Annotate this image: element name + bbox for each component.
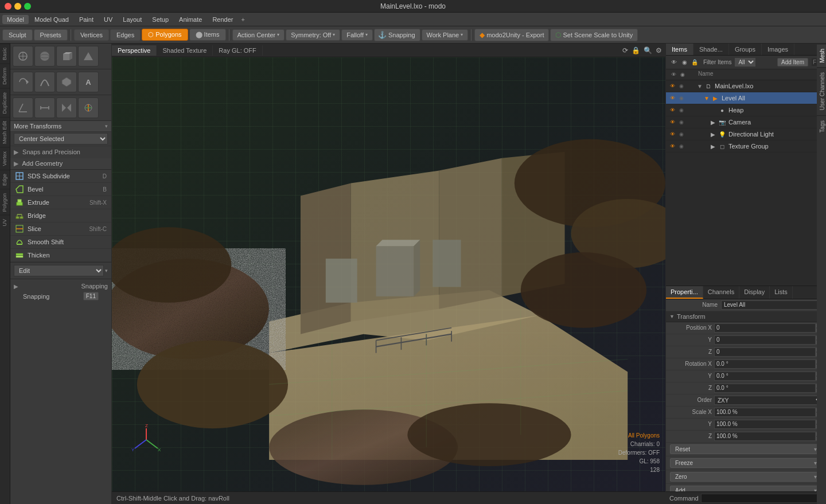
tree-eye-icon[interactable]: 👁 <box>668 82 676 90</box>
sds-subdivide-tool[interactable]: SDS Subdivide D <box>10 170 111 183</box>
edge-tab[interactable]: Edge <box>0 170 10 189</box>
move-tool-icon[interactable] <box>13 46 33 67</box>
rotate-tool-icon[interactable] <box>13 72 33 92</box>
rotation-x-input[interactable] <box>714 360 816 369</box>
position-y-input[interactable] <box>714 335 816 345</box>
set-scene-button[interactable]: ⬡ Set Scene Scale to Unity <box>550 29 638 41</box>
menu-render[interactable]: Render <box>208 15 237 24</box>
tree-eye-3[interactable]: 👁 <box>668 106 676 114</box>
lists-tab[interactable]: Lists <box>770 286 793 299</box>
filter-dropdown[interactable]: All <box>734 57 756 67</box>
tree-texture-group[interactable]: 👁 ◉ ▶ ◻ Texture Group <box>666 140 826 153</box>
display-tab[interactable]: Display <box>739 286 770 299</box>
tree-dir-light[interactable]: 👁 ◉ ▶ 💡 Directional Light <box>666 128 826 140</box>
vertex-tab[interactable]: Vertex <box>0 147 10 170</box>
minimize-button[interactable] <box>14 3 21 10</box>
polygon-tab[interactable]: Polygon <box>0 189 10 216</box>
transform-section[interactable]: ▼ Transform <box>666 311 826 322</box>
slice-tool[interactable]: Slice Shift-C <box>10 222 111 236</box>
channels-tab[interactable]: Channels <box>703 286 739 299</box>
render-eye-icon[interactable]: ◉ <box>680 58 689 67</box>
action-center-dropdown[interactable]: Action Center ▾ <box>232 29 285 41</box>
name-input[interactable] <box>721 300 823 310</box>
maximize-button[interactable] <box>24 3 31 10</box>
position-x-input[interactable] <box>714 323 816 333</box>
order-select[interactable]: ZXY <box>714 396 824 405</box>
cone-tool-icon[interactable] <box>78 46 99 67</box>
sculpt-button[interactable]: Sculpt <box>2 29 33 41</box>
falloff-dropdown[interactable]: Falloff ▾ <box>341 29 373 41</box>
items-button[interactable]: ⬤ Items <box>189 29 226 41</box>
raygl-tab[interactable]: Ray GL: OFF <box>213 45 262 56</box>
eye-icon[interactable]: 👁 <box>669 58 679 67</box>
scale-x-input[interactable] <box>714 408 816 417</box>
scale-tool-icon[interactable] <box>34 97 55 118</box>
mesh-side-tab[interactable]: Mesh <box>817 44 826 67</box>
zero-button[interactable]: Zero ▾ <box>670 472 822 482</box>
deform-tab[interactable]: Deform <box>0 64 10 88</box>
tree-mainlevel[interactable]: 👁 ◉ ▼ 🗋 MainLevel.lxo <box>666 80 826 92</box>
edit-dropdown[interactable]: Edit <box>14 265 104 276</box>
edges-button[interactable]: Edges <box>110 29 141 41</box>
tree-render-icon[interactable]: ◉ <box>677 82 685 90</box>
scale-y-input[interactable] <box>714 420 816 429</box>
scale-z-input[interactable] <box>714 432 816 441</box>
tree-camera[interactable]: 👁 ◉ ▶ 📷 Camera <box>666 116 826 128</box>
sync-icon[interactable]: ⟳ <box>622 46 628 54</box>
shade-tab[interactable]: Shade... <box>693 44 729 55</box>
images-tab[interactable]: Images <box>762 44 794 55</box>
symmetry-dropdown[interactable]: Symmetry: Off ▾ <box>286 29 340 41</box>
groups-tab[interactable]: Groups <box>729 44 762 55</box>
reset-button[interactable]: Reset ▾ <box>670 444 822 454</box>
lock-items-icon[interactable]: 🔒 <box>690 58 699 67</box>
bevel-tool[interactable]: Bevel B <box>10 183 111 196</box>
tree-render-2[interactable]: ◉ <box>677 94 685 102</box>
modo2unity-button[interactable]: ◆ modo2Unity - Export <box>474 29 549 41</box>
duplicate-tab[interactable]: Duplicate <box>0 88 10 118</box>
vertices-button[interactable]: Vertices <box>74 29 109 41</box>
viewport[interactable]: Z X Y All Polygons Charrials: 0 Deformer… <box>112 57 665 491</box>
cube-tool-icon[interactable] <box>56 46 77 67</box>
more-transforms-header[interactable]: More Transforms ▾ <box>10 121 111 132</box>
freeze-button[interactable]: Freeze ▾ <box>670 458 822 468</box>
smooth-shift-tool[interactable]: Smooth Shift <box>10 236 111 249</box>
mirror-tool-icon[interactable] <box>56 97 77 118</box>
rotation-z-input[interactable] <box>714 384 816 393</box>
tree-eye-2[interactable]: 👁 <box>668 94 676 102</box>
menu-model[interactable]: Model <box>2 15 29 24</box>
settings-icon[interactable]: ⚙ <box>656 46 662 54</box>
menu-add[interactable]: + <box>239 15 247 24</box>
thicken-tool[interactable]: Thicken <box>10 249 111 262</box>
polygons-button[interactable]: ⬡ Polygons <box>142 29 188 41</box>
perspective-tab[interactable]: Perspective <box>112 45 157 56</box>
uv-tab[interactable]: UV <box>0 215 10 230</box>
menu-model-quad[interactable]: Model Quad <box>30 15 73 24</box>
close-button[interactable] <box>5 3 11 10</box>
shaded-texture-tab[interactable]: Shaded Texture <box>157 45 213 56</box>
add-geometry-header[interactable]: ▶ Add Geometry <box>10 158 111 170</box>
tree-heap[interactable]: 👁 ◉ ● Heap <box>666 104 826 116</box>
rotation-y-input[interactable] <box>714 372 816 381</box>
extrude-tool[interactable]: Extrude Shift-X <box>10 196 111 209</box>
menu-animate[interactable]: Animate <box>174 15 206 24</box>
menu-setup[interactable]: Setup <box>147 15 173 24</box>
snapping-button[interactable]: ⚓ Snapping <box>374 29 420 41</box>
user-channels-side-tab[interactable]: User Channels <box>817 67 826 115</box>
presets-button[interactable]: Presets <box>34 29 68 41</box>
curve-tool-icon[interactable] <box>34 72 55 92</box>
work-plane-dropdown[interactable]: Work Plane ▾ <box>422 29 469 41</box>
lock-icon[interactable]: 🔒 <box>632 46 640 54</box>
menu-uv[interactable]: UV <box>99 15 117 24</box>
items-tab[interactable]: Items <box>666 44 693 55</box>
radial-tool-icon[interactable] <box>78 97 99 118</box>
menu-paint[interactable]: Paint <box>75 15 98 24</box>
transform-tool-icon[interactable] <box>13 97 33 118</box>
text-tool-icon[interactable]: A <box>78 72 99 92</box>
search-icon[interactable]: 🔍 <box>644 46 652 54</box>
tree-level-all[interactable]: 👁 ◉ ▼ ▶ Level All <box>666 92 826 104</box>
basic-tab[interactable]: Basic <box>0 44 10 64</box>
snaps-section-header[interactable]: ▶ Snaps and Precision <box>10 146 111 158</box>
menu-layout[interactable]: Layout <box>118 15 146 24</box>
center-selected-dropdown[interactable]: Center Selected <box>14 133 108 144</box>
command-input[interactable] <box>701 494 823 503</box>
